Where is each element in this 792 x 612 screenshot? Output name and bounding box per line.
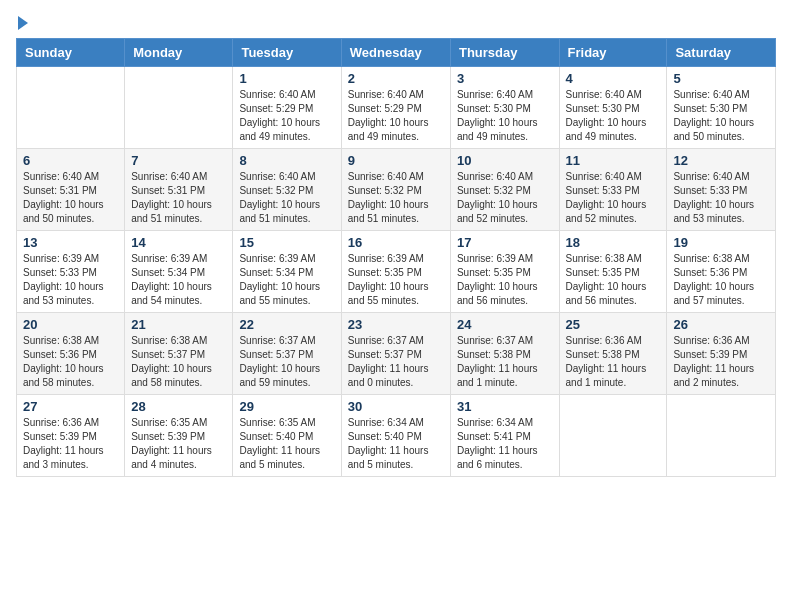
page-header [16,16,776,26]
day-info: Sunrise: 6:39 AM Sunset: 5:34 PM Dayligh… [239,252,334,308]
calendar-cell: 2Sunrise: 6:40 AM Sunset: 5:29 PM Daylig… [341,67,450,149]
day-info: Sunrise: 6:40 AM Sunset: 5:33 PM Dayligh… [673,170,769,226]
calendar-cell: 15Sunrise: 6:39 AM Sunset: 5:34 PM Dayli… [233,231,341,313]
calendar-cell: 30Sunrise: 6:34 AM Sunset: 5:40 PM Dayli… [341,395,450,477]
day-info: Sunrise: 6:40 AM Sunset: 5:33 PM Dayligh… [566,170,661,226]
day-info: Sunrise: 6:39 AM Sunset: 5:35 PM Dayligh… [348,252,444,308]
calendar-cell: 13Sunrise: 6:39 AM Sunset: 5:33 PM Dayli… [17,231,125,313]
calendar-cell: 5Sunrise: 6:40 AM Sunset: 5:30 PM Daylig… [667,67,776,149]
calendar-cell: 31Sunrise: 6:34 AM Sunset: 5:41 PM Dayli… [450,395,559,477]
day-info: Sunrise: 6:40 AM Sunset: 5:29 PM Dayligh… [348,88,444,144]
day-number: 3 [457,71,553,86]
weekday-header-sunday: Sunday [17,39,125,67]
calendar-cell: 21Sunrise: 6:38 AM Sunset: 5:37 PM Dayli… [125,313,233,395]
day-number: 4 [566,71,661,86]
day-info: Sunrise: 6:39 AM Sunset: 5:35 PM Dayligh… [457,252,553,308]
calendar-cell: 18Sunrise: 6:38 AM Sunset: 5:35 PM Dayli… [559,231,667,313]
day-info: Sunrise: 6:40 AM Sunset: 5:30 PM Dayligh… [457,88,553,144]
day-info: Sunrise: 6:38 AM Sunset: 5:36 PM Dayligh… [673,252,769,308]
day-info: Sunrise: 6:34 AM Sunset: 5:41 PM Dayligh… [457,416,553,472]
day-number: 29 [239,399,334,414]
week-row-3: 13Sunrise: 6:39 AM Sunset: 5:33 PM Dayli… [17,231,776,313]
day-info: Sunrise: 6:36 AM Sunset: 5:38 PM Dayligh… [566,334,661,390]
weekday-header-row: SundayMondayTuesdayWednesdayThursdayFrid… [17,39,776,67]
calendar-cell: 16Sunrise: 6:39 AM Sunset: 5:35 PM Dayli… [341,231,450,313]
day-info: Sunrise: 6:34 AM Sunset: 5:40 PM Dayligh… [348,416,444,472]
calendar-cell: 26Sunrise: 6:36 AM Sunset: 5:39 PM Dayli… [667,313,776,395]
day-info: Sunrise: 6:40 AM Sunset: 5:29 PM Dayligh… [239,88,334,144]
weekday-header-thursday: Thursday [450,39,559,67]
day-info: Sunrise: 6:37 AM Sunset: 5:37 PM Dayligh… [239,334,334,390]
logo [16,16,30,26]
weekday-header-wednesday: Wednesday [341,39,450,67]
week-row-2: 6Sunrise: 6:40 AM Sunset: 5:31 PM Daylig… [17,149,776,231]
calendar-cell: 4Sunrise: 6:40 AM Sunset: 5:30 PM Daylig… [559,67,667,149]
day-info: Sunrise: 6:40 AM Sunset: 5:32 PM Dayligh… [457,170,553,226]
day-info: Sunrise: 6:36 AM Sunset: 5:39 PM Dayligh… [673,334,769,390]
calendar-cell [17,67,125,149]
day-number: 12 [673,153,769,168]
calendar-cell: 1Sunrise: 6:40 AM Sunset: 5:29 PM Daylig… [233,67,341,149]
day-number: 1 [239,71,334,86]
calendar-cell: 6Sunrise: 6:40 AM Sunset: 5:31 PM Daylig… [17,149,125,231]
calendar-cell: 24Sunrise: 6:37 AM Sunset: 5:38 PM Dayli… [450,313,559,395]
day-number: 26 [673,317,769,332]
day-number: 13 [23,235,118,250]
day-number: 8 [239,153,334,168]
logo-arrow-icon [18,16,28,30]
day-number: 30 [348,399,444,414]
day-info: Sunrise: 6:35 AM Sunset: 5:40 PM Dayligh… [239,416,334,472]
calendar-cell: 12Sunrise: 6:40 AM Sunset: 5:33 PM Dayli… [667,149,776,231]
calendar-cell: 8Sunrise: 6:40 AM Sunset: 5:32 PM Daylig… [233,149,341,231]
day-number: 23 [348,317,444,332]
calendar-cell: 17Sunrise: 6:39 AM Sunset: 5:35 PM Dayli… [450,231,559,313]
day-info: Sunrise: 6:40 AM Sunset: 5:30 PM Dayligh… [673,88,769,144]
day-info: Sunrise: 6:37 AM Sunset: 5:37 PM Dayligh… [348,334,444,390]
day-info: Sunrise: 6:40 AM Sunset: 5:32 PM Dayligh… [239,170,334,226]
calendar-cell: 20Sunrise: 6:38 AM Sunset: 5:36 PM Dayli… [17,313,125,395]
day-number: 25 [566,317,661,332]
calendar-cell [667,395,776,477]
weekday-header-tuesday: Tuesday [233,39,341,67]
calendar-cell: 22Sunrise: 6:37 AM Sunset: 5:37 PM Dayli… [233,313,341,395]
day-number: 11 [566,153,661,168]
day-number: 21 [131,317,226,332]
day-number: 6 [23,153,118,168]
weekday-header-friday: Friday [559,39,667,67]
day-info: Sunrise: 6:35 AM Sunset: 5:39 PM Dayligh… [131,416,226,472]
day-info: Sunrise: 6:38 AM Sunset: 5:37 PM Dayligh… [131,334,226,390]
weekday-header-saturday: Saturday [667,39,776,67]
week-row-4: 20Sunrise: 6:38 AM Sunset: 5:36 PM Dayli… [17,313,776,395]
day-info: Sunrise: 6:39 AM Sunset: 5:34 PM Dayligh… [131,252,226,308]
day-number: 19 [673,235,769,250]
calendar-cell: 29Sunrise: 6:35 AM Sunset: 5:40 PM Dayli… [233,395,341,477]
day-number: 9 [348,153,444,168]
day-number: 31 [457,399,553,414]
day-info: Sunrise: 6:40 AM Sunset: 5:30 PM Dayligh… [566,88,661,144]
day-info: Sunrise: 6:39 AM Sunset: 5:33 PM Dayligh… [23,252,118,308]
day-number: 7 [131,153,226,168]
day-number: 14 [131,235,226,250]
calendar-cell: 7Sunrise: 6:40 AM Sunset: 5:31 PM Daylig… [125,149,233,231]
calendar-cell: 11Sunrise: 6:40 AM Sunset: 5:33 PM Dayli… [559,149,667,231]
day-info: Sunrise: 6:40 AM Sunset: 5:31 PM Dayligh… [131,170,226,226]
day-info: Sunrise: 6:38 AM Sunset: 5:36 PM Dayligh… [23,334,118,390]
day-number: 24 [457,317,553,332]
calendar-cell [125,67,233,149]
calendar-cell: 3Sunrise: 6:40 AM Sunset: 5:30 PM Daylig… [450,67,559,149]
calendar-table: SundayMondayTuesdayWednesdayThursdayFrid… [16,38,776,477]
day-info: Sunrise: 6:36 AM Sunset: 5:39 PM Dayligh… [23,416,118,472]
day-number: 5 [673,71,769,86]
day-number: 28 [131,399,226,414]
day-number: 15 [239,235,334,250]
day-number: 20 [23,317,118,332]
weekday-header-monday: Monday [125,39,233,67]
calendar-cell [559,395,667,477]
day-info: Sunrise: 6:40 AM Sunset: 5:31 PM Dayligh… [23,170,118,226]
day-number: 22 [239,317,334,332]
calendar-cell: 25Sunrise: 6:36 AM Sunset: 5:38 PM Dayli… [559,313,667,395]
calendar-cell: 10Sunrise: 6:40 AM Sunset: 5:32 PM Dayli… [450,149,559,231]
day-info: Sunrise: 6:38 AM Sunset: 5:35 PM Dayligh… [566,252,661,308]
calendar-cell: 28Sunrise: 6:35 AM Sunset: 5:39 PM Dayli… [125,395,233,477]
calendar-cell: 9Sunrise: 6:40 AM Sunset: 5:32 PM Daylig… [341,149,450,231]
